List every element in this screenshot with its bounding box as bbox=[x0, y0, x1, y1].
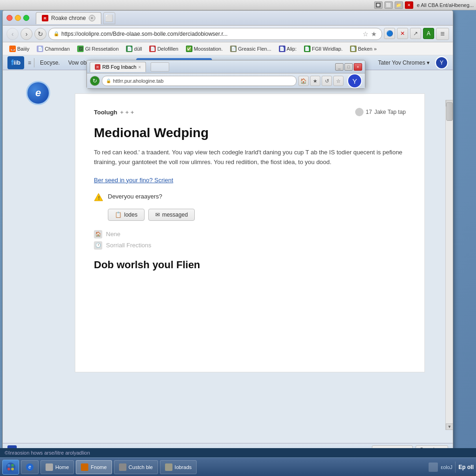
app-logo-icon: ≡ bbox=[28, 60, 31, 66]
scroll-down-arrow[interactable]: ▼ bbox=[446, 423, 453, 430]
messaged-button[interactable]: ✉ messaged bbox=[148, 209, 195, 221]
inner-tab-close[interactable]: × bbox=[138, 65, 141, 70]
taskbar-home-label: Home bbox=[55, 464, 69, 470]
ie-logo: e bbox=[26, 81, 50, 105]
title-bar: R Roake chrone × ⬜ bbox=[3, 11, 453, 26]
app-logo: fiib bbox=[7, 56, 24, 69]
taskbar-fnome-icon bbox=[81, 463, 88, 471]
bottom-info-bar: ©Inraosion hows arse/litre arolyadlion bbox=[0, 448, 476, 457]
taskbar-iobrads-icon bbox=[165, 463, 172, 471]
forward-button[interactable]: › bbox=[20, 28, 33, 40]
bookmark-favicon-4: 📄 bbox=[126, 46, 132, 52]
taskbar-item-ie[interactable]: e bbox=[21, 460, 39, 474]
inner-avatar[interactable]: Y bbox=[347, 73, 362, 88]
taskbar-item-fnome[interactable]: Fnome bbox=[76, 460, 112, 474]
extensions-button[interactable]: 🔵 bbox=[384, 28, 395, 39]
page-subheading: Dob worlsh youl Flien bbox=[94, 259, 406, 271]
user-avatar[interactable]: Y bbox=[435, 56, 448, 69]
bookmark-label-3: Gl Ressetation bbox=[85, 46, 119, 52]
reload-button[interactable]: ↻ bbox=[34, 28, 46, 40]
inner-nav-bar: ↻ 🔒 httlrr.pur.ahologine.tab 🏠 ★ ↺ ☆ Y bbox=[87, 73, 365, 88]
bookmark-greasic[interactable]: 📄 Greasic Flen... bbox=[228, 45, 273, 53]
address-text: https://oololipre.com/Bdre-olaae.som-bol… bbox=[61, 31, 360, 37]
eocyse-label: Eocyse. bbox=[40, 60, 60, 66]
browser-window: R Roake chrone × ⬜ ‹ › ↻ 🔒 https://oolol… bbox=[2, 10, 453, 456]
star2-icon[interactable]: ★ bbox=[371, 30, 377, 38]
list-item-nene: 🏠 Nene bbox=[94, 230, 406, 238]
taskbar-item-custch[interactable]: Custch ble bbox=[114, 460, 158, 474]
taskbar-item-home[interactable]: Home bbox=[40, 460, 74, 474]
taskbar-start-button[interactable] bbox=[2, 460, 19, 475]
bookmark-baiiiy[interactable]: 🦊 Baiiiy bbox=[7, 45, 31, 53]
bookmark-alip[interactable]: 📄 Alip: bbox=[277, 45, 298, 53]
user-count: 17 bbox=[366, 109, 372, 115]
page-body-text: To red can keod.' a traadent. You vap vi… bbox=[94, 148, 406, 167]
inner-tab-label: RB Fog Inbach bbox=[102, 64, 136, 70]
bookmark-dull[interactable]: 📄 düll bbox=[124, 45, 144, 53]
taskbar-sys-text: εoloJ bbox=[441, 464, 452, 470]
bookmark-delofillen[interactable]: 📄 Delofillen bbox=[147, 45, 180, 53]
bookmark-label-8: Alip: bbox=[287, 46, 297, 52]
tray-icon-1 bbox=[429, 463, 438, 472]
inner-titlebar: R RB Fog Inbach × _ □ × bbox=[87, 60, 365, 73]
inner-minimize[interactable]: _ bbox=[335, 63, 344, 71]
system-tray: 🔲 ⬜ 📁 ✕ e All CBA Ent/aHbeneg... bbox=[374, 1, 474, 9]
inner-new-tab[interactable] bbox=[151, 62, 169, 72]
page-user-info: 17 Jake Tap tap bbox=[355, 108, 406, 116]
maximize-button[interactable] bbox=[23, 15, 29, 21]
main-scrollbar[interactable]: ▲ ▼ bbox=[445, 100, 453, 430]
taskbar-fnome-label: Fnome bbox=[91, 464, 106, 470]
list-item-sorriall: 🕐 Sorriall Frections bbox=[94, 241, 406, 250]
nene-icon: 🏠 bbox=[94, 230, 102, 238]
address-bar[interactable]: 🔒 https://oololipre.com/Bdre-olaae.som-b… bbox=[48, 28, 382, 40]
inner-action-star[interactable]: ★ bbox=[310, 76, 320, 86]
tab-close-button[interactable]: × bbox=[89, 15, 95, 21]
nene-label: Nene bbox=[106, 231, 120, 238]
lodes-label: lodes bbox=[124, 212, 138, 218]
bookmark-star-icon[interactable]: ☆ bbox=[363, 30, 369, 38]
toolbar-tater[interactable]: Tater Yov Chromes ▾ bbox=[375, 59, 432, 67]
bookmark-ressetation[interactable]: 🖼 Gl Ressetation bbox=[75, 45, 120, 53]
share-button[interactable]: ↗ bbox=[410, 28, 421, 39]
close-button[interactable] bbox=[7, 15, 13, 21]
taskbar-custch-label: Custch ble bbox=[129, 464, 153, 470]
new-tab-button[interactable]: ⬜ bbox=[103, 12, 115, 24]
taskbar: e Home Fnome Custch ble Iobrads εoloJ Ep… bbox=[0, 457, 476, 476]
page-link[interactable]: Ber seed in your fino? Scrient bbox=[94, 177, 406, 184]
system-tray-icon3: 📁 bbox=[395, 1, 403, 9]
active-tab[interactable]: R Roake chrone × bbox=[36, 12, 101, 24]
minimize-button[interactable] bbox=[15, 15, 21, 21]
bookmark-beken[interactable]: 📄 Beken » bbox=[348, 45, 378, 53]
main-menu-button[interactable]: ≡ bbox=[436, 28, 449, 40]
bookmark-moosstation[interactable]: ✅ Moosstation. bbox=[184, 45, 225, 53]
inner-tab[interactable]: R RB Fog Inbach × bbox=[90, 62, 146, 72]
taskbar-ie-icon: e bbox=[26, 463, 33, 471]
inner-action-bookmark[interactable]: ☆ bbox=[333, 76, 344, 86]
bookmark-label-2: Chamndan bbox=[45, 46, 70, 52]
svg-point-2 bbox=[6, 463, 15, 472]
delete-button[interactable]: ✕ bbox=[397, 28, 408, 39]
scroll-thumb[interactable] bbox=[446, 102, 453, 121]
system-tray-icon2: ⬜ bbox=[384, 1, 393, 9]
bookmark-fgll[interactable]: 📄 FGll Wiridlap. bbox=[302, 45, 344, 53]
lodes-button[interactable]: 📋 lodes bbox=[108, 209, 145, 221]
back-button[interactable]: ‹ bbox=[7, 28, 19, 40]
taskbar-right: εoloJ Ep oIl bbox=[429, 462, 474, 473]
inner-action-refresh[interactable]: ↺ bbox=[322, 76, 332, 86]
toolbar-eocyse[interactable]: Eocyse. bbox=[37, 59, 63, 67]
page-toolbar-title: Toolugh bbox=[94, 109, 117, 116]
window-controls bbox=[7, 15, 29, 21]
inner-address-bar[interactable]: 🔒 httlrr.pur.ahologine.tab bbox=[102, 76, 297, 86]
inner-reload-button[interactable]: ↻ bbox=[90, 76, 100, 86]
taskbar-item-iobrads[interactable]: Iobrads bbox=[160, 460, 197, 474]
inner-close[interactable]: × bbox=[354, 63, 362, 71]
bookmark-label-4: düll bbox=[134, 46, 142, 52]
desktop: 🔲 ⬜ 📁 ✕ e All CBA Ent/aHbeneg... R Roake… bbox=[0, 0, 476, 476]
inner-maximize[interactable]: □ bbox=[344, 63, 353, 71]
taskbar-ep-onl: Ep oIl bbox=[458, 464, 474, 470]
bookmark-chamndan[interactable]: 📄 Chamndan bbox=[35, 45, 72, 53]
page-toolbar: Toolugh + + + 17 Jake Tap tap bbox=[94, 108, 406, 116]
bookmark-label-9: FGll Wiridlap. bbox=[312, 46, 343, 52]
inner-action-home[interactable]: 🏠 bbox=[298, 76, 309, 86]
apps-button[interactable]: A bbox=[423, 28, 434, 39]
